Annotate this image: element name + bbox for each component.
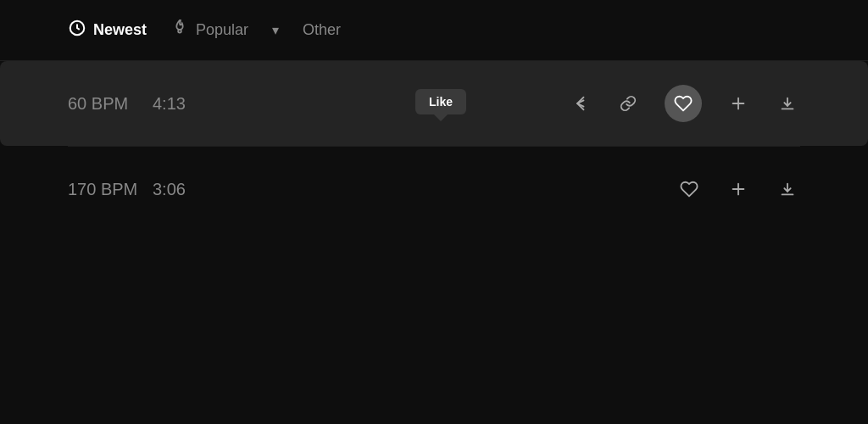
tooltip-arrow: [434, 114, 448, 121]
flame-icon: [170, 19, 189, 42]
track-bpm: 60 BPM: [68, 94, 153, 114]
tooltip-label: Like: [429, 95, 453, 109]
like-button[interactable]: [676, 176, 702, 202]
popular-label: Popular: [196, 21, 248, 39]
newest-label: Newest: [93, 21, 147, 39]
track-actions: [566, 85, 800, 122]
track-duration: 4:13: [153, 94, 220, 114]
tooltip-box: Like: [415, 89, 466, 114]
link-button[interactable]: [615, 91, 641, 116]
track-actions: [676, 176, 800, 202]
nav-item-other[interactable]: Other: [303, 21, 341, 39]
nav-item-newest[interactable]: Newest: [68, 19, 147, 42]
other-label: Other: [303, 21, 341, 39]
download-button[interactable]: [775, 176, 800, 202]
chevron-down-icon[interactable]: ▾: [272, 22, 279, 38]
like-button[interactable]: [665, 85, 702, 122]
add-button[interactable]: [726, 91, 751, 116]
track-bpm: 170 BPM: [68, 180, 153, 199]
nav-bar: Newest Popular ▾ Other: [0, 0, 868, 61]
track-row: 170 BPM 3:06: [0, 147, 868, 232]
share-button[interactable]: [566, 91, 592, 116]
nav-item-popular[interactable]: Popular: [170, 19, 248, 42]
tooltip: Like: [415, 89, 466, 121]
track-duration: 3:06: [153, 180, 220, 199]
clock-icon: [68, 19, 86, 42]
add-button[interactable]: [726, 176, 751, 202]
download-button[interactable]: [775, 91, 800, 116]
